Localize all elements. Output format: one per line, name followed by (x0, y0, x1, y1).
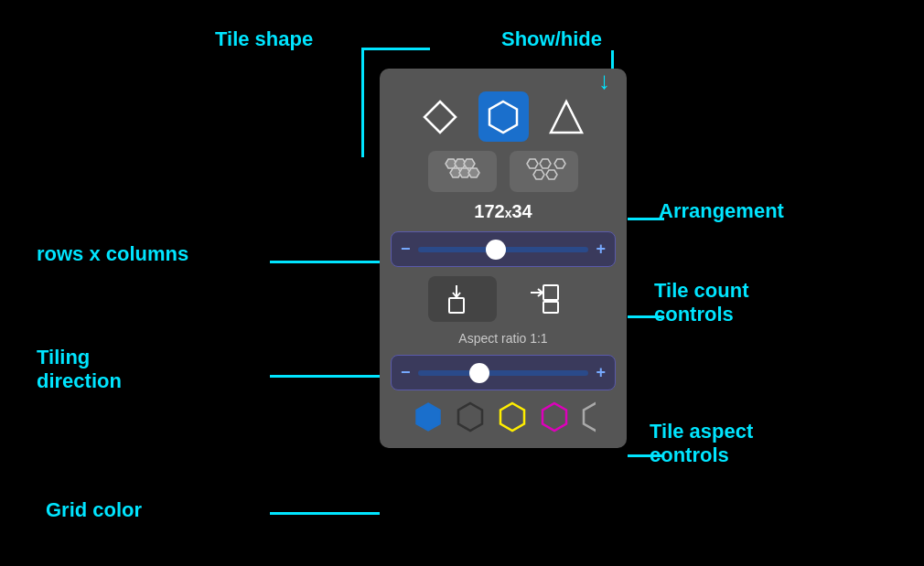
rows-cols-display: 172x34 (391, 201, 616, 222)
tile-count-slider-container: − + (391, 231, 616, 267)
diamond-shape-button[interactable] (415, 91, 466, 142)
tile-shape-row (391, 91, 616, 142)
blue-color-button[interactable] (411, 400, 446, 434)
showhide-arrow-icon[interactable]: ↓ (598, 67, 610, 95)
arrangement-1-button[interactable] (428, 151, 497, 192)
svg-marker-1 (489, 101, 517, 133)
svg-marker-0 (424, 101, 456, 133)
svg-marker-21 (500, 403, 524, 431)
shape-connector-v (361, 48, 364, 157)
triangle-shape-button[interactable] (542, 91, 592, 142)
tile-count-minus-button[interactable]: − (401, 240, 411, 259)
rows-cols-connector (270, 261, 380, 263)
aspect-ratio-slider-track[interactable] (418, 370, 589, 376)
tile-count-slider-thumb[interactable] (486, 240, 506, 260)
svg-rect-14 (449, 298, 464, 313)
tile-aspect-connector (628, 454, 664, 457)
svg-marker-13 (546, 170, 557, 179)
rows-cols-label: rows x columns (37, 242, 188, 266)
rows-value: 172 (474, 201, 504, 221)
black-color-button[interactable] (453, 400, 488, 434)
svg-marker-23 (584, 403, 596, 431)
svg-marker-10 (540, 159, 551, 168)
arrangement-connector (628, 218, 664, 220)
aspect-ratio-label: Aspect ratio 1:1 (391, 331, 616, 346)
grid-color-label: Grid color (46, 498, 142, 522)
grid-color-connector (270, 512, 380, 515)
tiling-direction-row (391, 276, 616, 322)
grid-color-row (391, 400, 616, 434)
cols-value: 34 (511, 201, 532, 221)
settings-panel: ↓ (380, 69, 627, 448)
right-direction-button[interactable] (510, 276, 578, 322)
svg-marker-11 (554, 159, 565, 168)
tile-count-label: Tile count controls (654, 279, 749, 326)
svg-marker-19 (416, 403, 440, 431)
magenta-color-button[interactable] (537, 400, 572, 434)
svg-rect-16 (543, 285, 558, 300)
arrangement-2-button[interactable] (510, 151, 578, 192)
tile-shape-label: Tile shape (215, 27, 313, 51)
aspect-plus-button[interactable]: + (596, 363, 606, 382)
more-colors-indicator (579, 400, 596, 433)
tile-count-connector (628, 315, 664, 318)
yellow-color-button[interactable] (495, 400, 530, 434)
svg-marker-9 (527, 159, 538, 168)
tiling-dir-connector (270, 375, 380, 378)
svg-rect-18 (543, 302, 558, 313)
aspect-ratio-slider-thumb[interactable] (469, 363, 489, 383)
svg-marker-2 (551, 101, 582, 133)
down-direction-button[interactable] (428, 276, 497, 322)
svg-marker-8 (468, 168, 479, 177)
aspect-minus-button[interactable]: − (401, 363, 411, 382)
hexagon-shape-button[interactable] (478, 91, 529, 142)
svg-marker-22 (543, 403, 566, 431)
arrangement-label: Arrangement (659, 199, 784, 223)
tiling-direction-label: Tiling direction (37, 346, 122, 393)
tile-count-plus-button[interactable]: + (596, 240, 606, 259)
svg-marker-20 (458, 403, 482, 431)
svg-marker-12 (533, 170, 544, 179)
aspect-ratio-slider-container: − + (391, 355, 616, 390)
shape-connector-h (361, 48, 430, 50)
tile-count-slider-track[interactable] (418, 247, 589, 252)
arrangement-row (391, 151, 616, 192)
show-hide-label: Show/hide (501, 27, 602, 51)
tile-aspect-label: Tile aspect controls (650, 420, 753, 467)
svg-marker-5 (464, 159, 475, 168)
